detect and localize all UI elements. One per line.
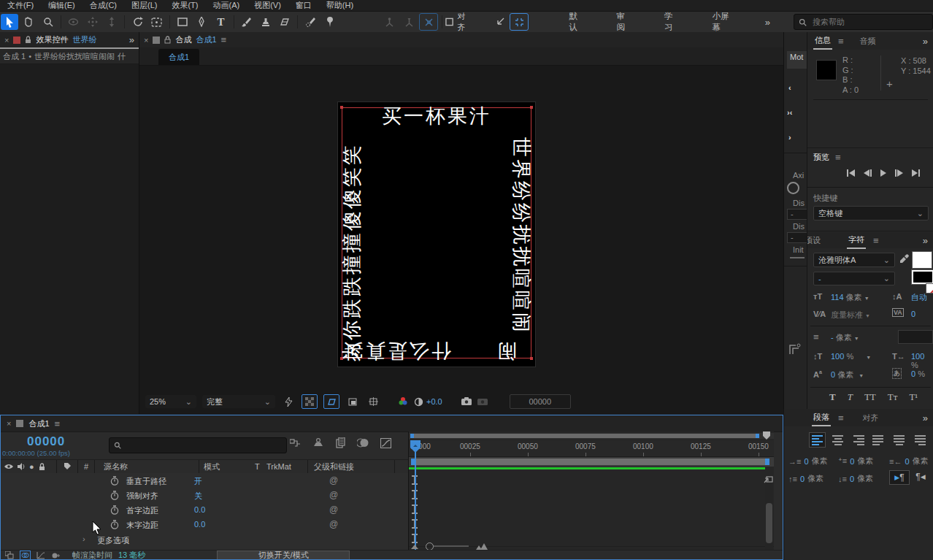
column-number[interactable]: #: [78, 462, 94, 471]
panel-menu-icon[interactable]: ≡: [835, 152, 841, 163]
work-area-end-handle[interactable]: [765, 459, 769, 465]
clipped-field[interactable]: -: [787, 232, 807, 243]
axis-mode-icon[interactable]: [787, 182, 799, 194]
text-direction-rtl-button[interactable]: ¶◀: [911, 470, 930, 483]
menu-view[interactable]: 视图(V): [247, 0, 288, 11]
previous-frame-button[interactable]: [859, 169, 876, 177]
v-scroll-thumb[interactable]: [766, 503, 772, 543]
property-name[interactable]: 末字边距: [126, 520, 158, 531]
pick-whip-icon[interactable]: @: [329, 475, 338, 486]
flowchart-corner-icon[interactable]: [788, 342, 802, 356]
indent-left-field[interactable]: →≡ 0 像素: [788, 456, 828, 467]
track-row[interactable]: [409, 517, 774, 532]
justify-last-right-button[interactable]: [911, 432, 928, 448]
panel-overflow-icon[interactable]: »: [923, 413, 928, 423]
workspace-small-screen[interactable]: 小屏幕: [696, 11, 752, 33]
zoom-out-frames-icon[interactable]: [411, 543, 418, 549]
solo-icon[interactable]: ●: [29, 462, 34, 471]
motion-blur-icon[interactable]: [357, 438, 369, 448]
menu-edit[interactable]: 编辑(E): [41, 0, 82, 11]
help-search-input[interactable]: [811, 17, 909, 27]
align-right-button[interactable]: [850, 432, 867, 448]
shy-guides-icon[interactable]: [491, 14, 508, 30]
shortcut-dropdown[interactable]: 空格键 ⌄: [813, 206, 929, 220]
superscript-button[interactable]: T¹: [909, 391, 918, 403]
tab-audio[interactable]: 音频: [860, 36, 876, 47]
first-line-indent-field[interactable]: ⁺≡ 0 像素: [838, 456, 873, 467]
tsume-control[interactable]: 0 %: [911, 369, 925, 378]
zoom-in-frames-icon[interactable]: [476, 542, 488, 550]
tab-paragraph[interactable]: 段落: [812, 410, 831, 426]
small-caps-button[interactable]: Tт: [888, 391, 898, 403]
track-row[interactable]: [409, 488, 774, 503]
comp-tab[interactable]: 合成1: [158, 49, 199, 65]
h-scroll-thumb[interactable]: [410, 434, 759, 438]
more-options-label[interactable]: 更多选项: [97, 535, 129, 546]
lock-column-icon[interactable]: [39, 463, 45, 471]
column-mode[interactable]: 模式: [199, 461, 255, 472]
space-after-field[interactable]: ↓≡ 0 像素: [838, 473, 873, 484]
pan-camera-tool-icon[interactable]: [84, 14, 101, 30]
playhead-line[interactable]: [415, 440, 416, 550]
channel-icon[interactable]: [398, 396, 408, 407]
add-keyframe-icon[interactable]: ›‹: [787, 108, 792, 117]
brush-tool-icon[interactable]: [238, 14, 256, 30]
label-column-icon[interactable]: [57, 462, 77, 472]
eye-icon[interactable]: [4, 464, 13, 469]
menu-animation[interactable]: 动画(A): [206, 0, 247, 11]
panel-menu-icon[interactable]: ≡: [873, 235, 879, 246]
kerning-control[interactable]: 度量标准 ▼: [831, 310, 870, 321]
pick-whip-icon[interactable]: @: [329, 490, 338, 500]
panel-overflow-icon[interactable]: »: [129, 34, 134, 45]
align-left-button[interactable]: [809, 432, 826, 448]
playhead-marker[interactable]: [410, 440, 421, 453]
tab-info[interactable]: 信息: [813, 33, 832, 50]
eyedropper-icon[interactable]: [899, 254, 909, 265]
last-frame-button[interactable]: [907, 169, 924, 177]
leading-value[interactable]: 自动: [911, 292, 927, 303]
column-trkmat[interactable]: TrkMat: [266, 462, 307, 471]
property-row-force-align[interactable]: 强制对齐 关 @: [1, 488, 408, 503]
lock-icon[interactable]: [164, 36, 171, 44]
comp-flowchart-icon[interactable]: [290, 438, 301, 448]
frame-blending-icon[interactable]: [336, 437, 345, 448]
next-frame-button[interactable]: [891, 169, 907, 177]
text-direction-ltr-button[interactable]: ▶¶: [889, 470, 910, 485]
tab-effect-controls[interactable]: 效果控件: [36, 34, 68, 45]
workspace-overflow-icon[interactable]: »: [752, 17, 783, 28]
faux-bold-button[interactable]: T: [829, 391, 836, 403]
property-value[interactable]: 关: [194, 491, 202, 502]
mask-visibility-icon[interactable]: [323, 394, 339, 409]
align-center-button[interactable]: [829, 432, 846, 448]
panel-menu-icon[interactable]: ≡: [838, 36, 844, 47]
property-row-first-margin[interactable]: 首字边距 0.0 @: [1, 502, 408, 518]
stopwatch-icon[interactable]: [110, 520, 119, 529]
prev-keyframe-icon[interactable]: ‹: [788, 83, 791, 92]
timeline-zoom-slider[interactable]: [426, 542, 469, 551]
column-t[interactable]: T: [255, 462, 266, 471]
menu-file[interactable]: 文件(F): [0, 0, 41, 11]
workspace-learn[interactable]: 学习: [648, 11, 696, 33]
stroke-width-control[interactable]: - 像素 ▼: [831, 332, 859, 343]
puppet-starch-pin-icon[interactable]: [400, 14, 418, 30]
space-before-field[interactable]: ↑≡ 0 像素: [788, 473, 823, 484]
puppet-advanced-pin-icon[interactable]: [419, 13, 438, 31]
indent-right-field[interactable]: ≡← 0 像素: [889, 456, 929, 467]
zoom-slider-knob[interactable]: [426, 542, 434, 551]
zoom-tool-icon[interactable]: [39, 14, 57, 30]
help-search[interactable]: [794, 14, 933, 30]
close-icon[interactable]: ×: [7, 419, 11, 428]
tab-preview[interactable]: 预览: [813, 152, 829, 163]
camera-tool-icon[interactable]: [148, 14, 166, 30]
pen-tool-icon[interactable]: [193, 14, 210, 30]
exposure-control[interactable]: +0.0: [414, 397, 442, 407]
draft-3d-icon[interactable]: [312, 438, 324, 448]
clone-stamp-tool-icon[interactable]: [257, 14, 274, 30]
snapshot-icon[interactable]: [461, 397, 472, 407]
property-value[interactable]: 开: [194, 476, 202, 487]
snap-control[interactable]: 对齐: [445, 11, 472, 33]
magnification-dropdown[interactable]: 25% ⌄: [145, 395, 196, 408]
current-time-display[interactable]: 00000: [27, 434, 65, 449]
rotate-tool-icon[interactable]: [128, 14, 146, 30]
graph-editor-icon[interactable]: [380, 438, 391, 448]
